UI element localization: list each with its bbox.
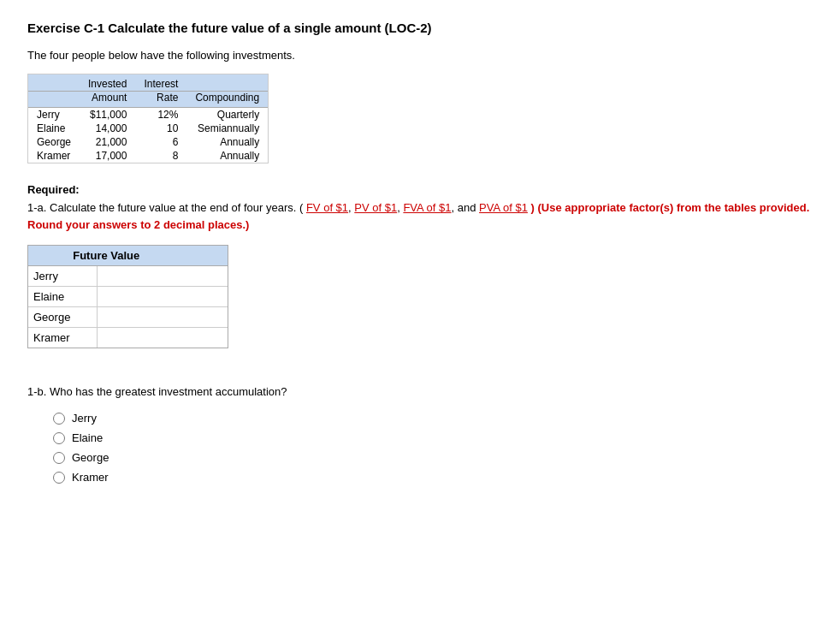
investment-table: Invested Interest Amount Rate Compoundin… (28, 74, 268, 163)
col-header-interest: Interest (135, 74, 186, 92)
section-1b: 1-b. Who has the greatest investment acc… (27, 385, 813, 484)
investor-rate: 8 (135, 149, 186, 163)
instruction-text: 1-a. Calculate the future value at the e… (27, 199, 813, 233)
fv-input-elaine[interactable] (103, 289, 222, 304)
fv-row: George (28, 307, 228, 328)
fv-input-george[interactable] (103, 310, 222, 324)
radio-label-george: George (72, 451, 109, 464)
investor-name: George (28, 135, 80, 149)
fv-row: Jerry (28, 266, 228, 287)
fv-input-jerry[interactable] (103, 269, 222, 283)
fv-col-header: Future Value (28, 246, 228, 266)
col-header-compounding-label (186, 74, 268, 92)
investor-amount: 17,000 (80, 149, 135, 163)
investment-row: Kramer 17,000 8 Annually (28, 149, 268, 163)
fv-table-wrapper: Future Value Jerry Elaine George Kramer (27, 245, 228, 348)
radio-item: Jerry (53, 412, 813, 425)
radio-item: Elaine (53, 431, 813, 444)
fva-of-1-link[interactable]: FVA of $1 (403, 201, 451, 214)
radio-option-george[interactable] (53, 452, 65, 464)
col-header-name (28, 74, 80, 92)
investor-compounding: Semiannually (186, 122, 268, 135)
radio-option-elaine[interactable] (53, 432, 65, 444)
pv-of-1-link[interactable]: PV of $1 (354, 201, 397, 214)
fv-input-kramer[interactable] (103, 330, 222, 345)
exercise-title: Exercise C-1 Calculate the future value … (27, 21, 813, 35)
investor-compounding: Annually (186, 135, 268, 149)
investor-name: Jerry (28, 108, 80, 122)
radio-label-elaine: Elaine (72, 431, 103, 444)
investment-row: George 21,000 6 Annually (28, 135, 268, 149)
fv-row-value (97, 266, 228, 287)
header-row-2: Amount Rate Compounding (28, 92, 268, 108)
investor-compounding: Annually (186, 149, 268, 163)
col-subheader-compounding: Compounding (186, 92, 268, 108)
investor-name: Elaine (28, 122, 80, 135)
col-subheader-name (28, 92, 80, 108)
investor-rate: 10 (135, 122, 186, 135)
radio-item: George (53, 451, 813, 464)
fv-row-value (97, 287, 228, 307)
fv-row-value (97, 307, 228, 328)
investor-rate: 6 (135, 135, 186, 149)
fv-row-name: Jerry (28, 266, 97, 287)
required-label: Required: (27, 183, 813, 196)
fv-table: Future Value Jerry Elaine George Kramer (28, 246, 228, 348)
section-1b-label: 1-b. Who has the greatest investment acc… (27, 385, 813, 398)
fv-row: Elaine (28, 287, 228, 307)
radio-group: Jerry Elaine George Kramer (27, 412, 813, 484)
investor-name: Kramer (28, 149, 80, 163)
investor-amount: 14,000 (80, 122, 135, 135)
radio-item: Kramer (53, 471, 813, 484)
radio-label-jerry: Jerry (72, 412, 97, 425)
intro-text: The four people below have the following… (27, 49, 813, 62)
investor-rate: 12% (135, 108, 186, 122)
fv-row-value (97, 328, 228, 348)
fv-row-name: Elaine (28, 287, 97, 307)
fv-row-name: George (28, 307, 97, 328)
required-section: Required: 1-a. Calculate the future valu… (27, 183, 813, 233)
investor-compounding: Quarterly (186, 108, 268, 122)
radio-label-kramer: Kramer (72, 471, 109, 484)
header-row-1: Invested Interest (28, 74, 268, 92)
fv-of-1-link[interactable]: FV of $1 (306, 201, 348, 214)
col-subheader-amount: Amount (80, 92, 135, 108)
investment-row: Elaine 14,000 10 Semiannually (28, 122, 268, 135)
pva-of-1-link[interactable]: PVA of $1 (479, 201, 528, 214)
instruction-prefix: 1-a. Calculate the future value at the e… (27, 201, 303, 214)
investment-row: Jerry $11,000 12% Quarterly (28, 108, 268, 122)
fv-row: Kramer (28, 328, 228, 348)
investor-amount: $11,000 (80, 108, 135, 122)
col-header-invested: Invested (80, 74, 135, 92)
investment-table-wrapper: Invested Interest Amount Rate Compoundin… (27, 74, 269, 163)
investor-amount: 21,000 (80, 135, 135, 149)
col-subheader-rate: Rate (135, 92, 186, 108)
radio-option-kramer[interactable] (53, 472, 65, 484)
fv-row-name: Kramer (28, 328, 97, 348)
radio-option-jerry[interactable] (53, 413, 65, 425)
